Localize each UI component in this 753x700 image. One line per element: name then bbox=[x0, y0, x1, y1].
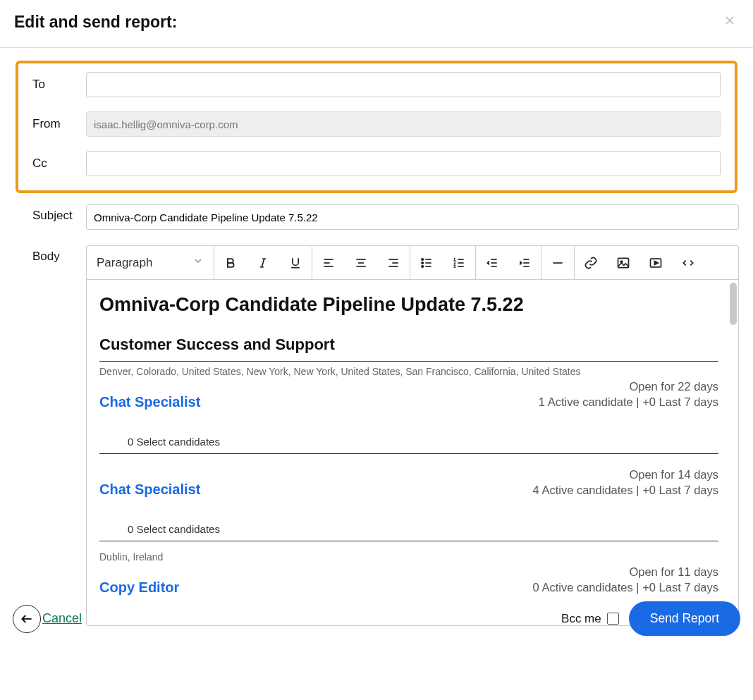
svg-line-2 bbox=[262, 259, 264, 267]
send-report-button[interactable]: Send Report bbox=[629, 601, 740, 636]
editor-toolbar: Paragraph bbox=[87, 246, 738, 280]
italic-button[interactable] bbox=[247, 246, 279, 279]
back-button[interactable] bbox=[13, 605, 41, 633]
underline-button[interactable] bbox=[279, 246, 312, 279]
align-left-button[interactable] bbox=[312, 246, 345, 279]
recipients-highlight-box: To From Cc bbox=[16, 61, 737, 193]
body-title: Omniva-Corp Candidate Pipeline Update 7.… bbox=[99, 294, 718, 316]
svg-text:3: 3 bbox=[454, 264, 456, 268]
svg-marker-35 bbox=[654, 261, 658, 264]
dialog-header: Edit and send report: bbox=[0, 0, 753, 48]
paragraph-style-label: Paragraph bbox=[97, 256, 152, 270]
job-link[interactable]: Chat Specialist bbox=[99, 481, 200, 498]
job-link[interactable]: Copy Editor bbox=[99, 579, 179, 596]
indent-button[interactable] bbox=[508, 246, 541, 279]
body-label: Body bbox=[32, 245, 86, 264]
cancel-link[interactable]: Cancel bbox=[42, 611, 82, 626]
outdent-button[interactable] bbox=[476, 246, 508, 279]
bcc-me-label: Bcc me bbox=[561, 612, 601, 626]
subject-label: Subject bbox=[32, 204, 86, 223]
active-candidates: 4 Active candidates | +0 Last 7 days bbox=[533, 482, 718, 498]
align-right-button[interactable] bbox=[377, 246, 410, 279]
job-meta: Open for 22 days 1 Active candidate | +0… bbox=[539, 379, 718, 410]
bcc-me-checkbox[interactable] bbox=[607, 613, 619, 625]
job-meta: Open for 14 days 4 Active candidates | +… bbox=[533, 467, 718, 498]
active-candidates: 1 Active candidate | +0 Last 7 days bbox=[539, 394, 718, 410]
align-center-button[interactable] bbox=[345, 246, 377, 279]
from-label: From bbox=[32, 117, 86, 131]
bullet-list-button[interactable] bbox=[410, 246, 443, 279]
open-days: Open for 22 days bbox=[539, 379, 718, 394]
svg-rect-32 bbox=[618, 258, 629, 267]
horizontal-rule-button[interactable] bbox=[541, 246, 574, 279]
numbered-list-button[interactable]: 123 bbox=[443, 246, 475, 279]
editor-body[interactable]: Omniva-Corp Candidate Pipeline Update 7.… bbox=[87, 280, 738, 625]
dialog-footer: Cancel Bcc me Send Report bbox=[0, 601, 753, 636]
scrollbar-thumb[interactable] bbox=[730, 283, 737, 325]
job-rule bbox=[99, 541, 718, 541]
job-link[interactable]: Chat Specialist bbox=[99, 394, 200, 410]
locations-text: Denver, Colorado, United States, New Yor… bbox=[99, 366, 718, 377]
video-button[interactable] bbox=[639, 246, 672, 279]
form-area: To From Cc Subject Body Pa bbox=[0, 48, 753, 647]
svg-point-13 bbox=[422, 258, 424, 260]
edit-send-report-dialog: Edit and send report: To From Cc Subject bbox=[0, 0, 753, 647]
image-button[interactable] bbox=[607, 246, 639, 279]
svg-point-15 bbox=[422, 265, 424, 267]
job-rule bbox=[99, 453, 718, 454]
chevron-down-icon bbox=[192, 255, 204, 270]
active-candidates: 0 Active candidates | +0 Last 7 days bbox=[533, 579, 718, 595]
body-section-heading: Customer Success and Support bbox=[99, 336, 718, 354]
locations-text: Dublin, Ireland bbox=[99, 551, 718, 563]
from-input bbox=[86, 111, 721, 137]
close-icon[interactable] bbox=[721, 13, 739, 31]
to-input[interactable] bbox=[86, 72, 721, 97]
editor-wrap: Paragraph bbox=[86, 245, 739, 626]
subject-input[interactable] bbox=[86, 204, 739, 230]
cc-input[interactable] bbox=[86, 151, 721, 176]
to-label: To bbox=[32, 78, 86, 92]
select-candidates-row: 0 Select candidates bbox=[128, 523, 718, 535]
section-rule bbox=[99, 361, 718, 362]
code-button[interactable] bbox=[672, 246, 704, 279]
bold-button[interactable] bbox=[214, 246, 247, 279]
paragraph-style-select[interactable]: Paragraph bbox=[87, 255, 214, 270]
link-button[interactable] bbox=[575, 246, 607, 279]
select-candidates-row: 0 Select candidates bbox=[128, 436, 718, 448]
open-days: Open for 11 days bbox=[533, 564, 718, 579]
open-days: Open for 14 days bbox=[533, 467, 718, 482]
svg-point-14 bbox=[422, 262, 424, 264]
dialog-title: Edit and send report: bbox=[14, 13, 177, 32]
job-meta: Open for 11 days 0 Active candidates | +… bbox=[533, 564, 718, 596]
cc-label: Cc bbox=[32, 156, 86, 171]
